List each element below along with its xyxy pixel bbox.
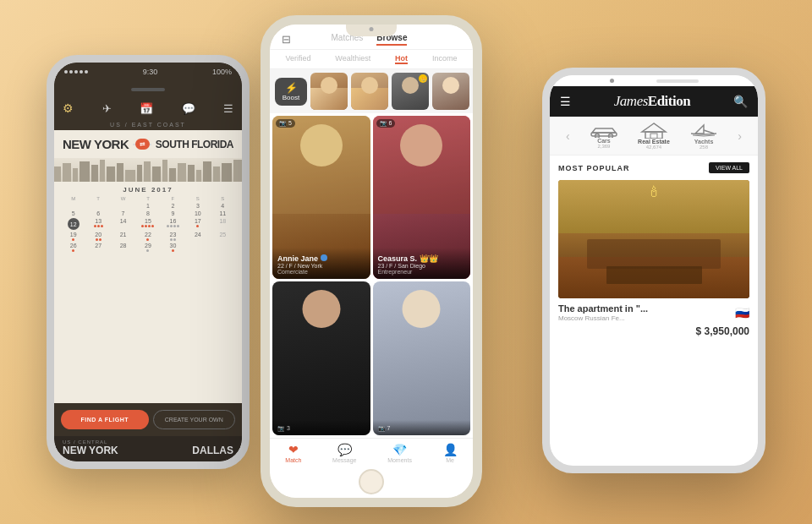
cal-day-23[interactable]: 23 — [170, 232, 177, 237]
cal-day-16[interactable]: 16 — [170, 218, 177, 224]
moments-nav-item[interactable]: 💎 Moments — [387, 443, 412, 463]
realestate-count: 42,674 — [646, 145, 661, 150]
me-nav-item[interactable]: 👤 Me — [443, 443, 458, 463]
cal-day-3[interactable]: 3 — [185, 203, 210, 209]
cal-day-4[interactable]: 4 — [211, 203, 235, 209]
cal-day-30[interactable]: 30 — [170, 243, 177, 248]
next-category-arrow[interactable]: › — [738, 129, 742, 143]
route-swap-button[interactable]: ⇄ — [135, 139, 150, 150]
cal-day-11[interactable]: 11 — [211, 210, 235, 216]
svg-rect-1 — [63, 163, 71, 182]
listing-image[interactable]: 🕯 — [558, 180, 749, 298]
nav-calendar-icon[interactable]: 📅 — [140, 102, 153, 115]
flight-region: US / EAST COAST — [54, 120, 242, 130]
calendar-month: JUNE 2017 — [61, 186, 235, 194]
svg-marker-24 — [642, 123, 666, 132]
yachts-category[interactable]: Yachts 258 — [689, 122, 719, 150]
match-nav-item[interactable]: ❤ Match — [285, 443, 301, 463]
cal-day-26[interactable]: 26 — [70, 243, 77, 248]
message-nav-item[interactable]: 💬 Message — [332, 443, 356, 463]
cal-day-8[interactable]: 8 — [135, 210, 160, 216]
svg-rect-0 — [54, 166, 61, 182]
nav-airplane-icon[interactable]: ✈ — [102, 102, 112, 115]
cal-day-22[interactable]: 22 — [145, 232, 151, 237]
cal-day-9[interactable]: 9 — [161, 210, 185, 216]
cal-day-24[interactable]: 24 — [185, 232, 210, 241]
cal-day-17[interactable]: 17 — [195, 218, 201, 224]
cal-day-27[interactable]: 27 — [85, 243, 110, 252]
phones-container: 9:30 100% ⚙ ✈ 📅 💬 ☰ US / EAST COAST NEW … — [0, 0, 812, 524]
svg-rect-7 — [117, 163, 123, 182]
boost-thumb-1[interactable] — [310, 73, 348, 110]
home-button[interactable] — [359, 469, 384, 494]
dating-card-4[interactable]: 📷 7 — [373, 281, 471, 436]
svg-rect-19 — [222, 163, 232, 182]
cal-day-28[interactable]: 28 — [111, 243, 135, 252]
cars-category[interactable]: Cars 2,369 — [589, 123, 619, 149]
income-tab[interactable]: Income — [432, 54, 458, 64]
boost-thumb-3[interactable]: 👑 — [392, 73, 429, 110]
real-estate-category[interactable]: Real Estate 42,674 — [638, 122, 670, 150]
cal-day-18[interactable]: 18 — [211, 218, 235, 230]
cal-day-13[interactable]: 13 — [95, 218, 102, 224]
cal-today[interactable]: 12 — [68, 218, 80, 230]
realestate-label: Real Estate — [638, 139, 670, 145]
listing-title: The apartment in "... — [558, 303, 648, 314]
card1-name: Annie Jane — [277, 254, 365, 263]
nav-menu-icon[interactable]: ☰ — [223, 102, 233, 115]
create-own-button[interactable]: CREATE YOUR OWN — [153, 410, 236, 429]
find-flight-button[interactable]: FIND A FLIGHT — [61, 410, 149, 429]
cal-day-1[interactable]: 1 — [135, 203, 160, 209]
yachts-label: Yachts — [694, 139, 714, 145]
svg-rect-3 — [80, 161, 90, 182]
phone-flight: 9:30 100% ⚙ ✈ 📅 💬 ☰ US / EAST COAST NEW … — [47, 55, 250, 469]
day-t2: T — [135, 196, 160, 201]
flight-battery: 100% — [212, 68, 232, 76]
boost-label: Boost — [283, 94, 299, 101]
prev-category-arrow[interactable]: ‹ — [566, 129, 570, 143]
message-label: Message — [332, 457, 356, 463]
dating-card-2[interactable]: Ceasura S. 👑👑 23 / F / San Diego Entrepr… — [373, 116, 471, 279]
svg-rect-9 — [137, 165, 142, 182]
cal-day-2[interactable]: 2 — [161, 203, 185, 209]
nav-message-icon[interactable]: 💬 — [182, 102, 195, 115]
phone-dating: ⊟ Matches Browse Verified Wealthiest Hot… — [261, 15, 482, 507]
boost-thumb-4[interactable] — [432, 73, 469, 110]
cal-day-6[interactable]: 6 — [85, 210, 110, 216]
filter-icon[interactable]: ⊟ — [282, 33, 291, 46]
day-t: T — [85, 196, 110, 201]
cal-day-5[interactable]: 5 — [61, 210, 85, 216]
card4-count: 📷 7 — [378, 425, 466, 432]
dating-card-3[interactable]: 📷 3 — [272, 281, 370, 436]
cal-day-7[interactable]: 7 — [111, 210, 135, 216]
cal-empty — [85, 203, 110, 209]
cal-day-20[interactable]: 20 — [95, 232, 102, 237]
wealthiest-tab[interactable]: Wealthiest — [335, 54, 370, 64]
phone-james: ☰ JamesEdition 🔍 ‹ Cars — [542, 68, 765, 473]
flight-to-city: SOUTH FLORIDA — [156, 139, 233, 150]
hot-tab[interactable]: Hot — [395, 54, 408, 64]
boost-button[interactable]: ⚡ Boost — [275, 78, 307, 106]
cal-day-29[interactable]: 29 — [145, 243, 151, 248]
svg-rect-4 — [91, 165, 98, 182]
svg-rect-25 — [645, 132, 662, 139]
svg-rect-17 — [203, 161, 211, 182]
cal-day-10[interactable]: 10 — [185, 210, 210, 216]
cal-day-14[interactable]: 14 — [111, 218, 135, 230]
cal-day-25[interactable]: 25 — [211, 232, 235, 241]
james-search-icon[interactable]: 🔍 — [733, 95, 748, 108]
cal-day-21[interactable]: 21 — [111, 232, 135, 241]
james-menu-icon[interactable]: ☰ — [560, 95, 571, 108]
svg-rect-16 — [196, 170, 201, 182]
dating-card-1[interactable]: Annie Jane 22 / F / New York Comerciate … — [272, 116, 370, 279]
svg-rect-15 — [188, 165, 195, 182]
cal-day-15[interactable]: 15 — [145, 218, 151, 224]
settings-icon[interactable]: ⚙ — [63, 101, 74, 115]
view-all-button[interactable]: VIEW ALL — [709, 162, 749, 173]
boost-thumb-2[interactable] — [351, 73, 388, 110]
cal-day-19[interactable]: 19 — [70, 232, 77, 237]
me-label: Me — [446, 457, 454, 463]
card3-count: 📷 3 — [277, 425, 365, 432]
svg-rect-10 — [144, 161, 151, 182]
verified-tab[interactable]: Verified — [285, 54, 310, 64]
